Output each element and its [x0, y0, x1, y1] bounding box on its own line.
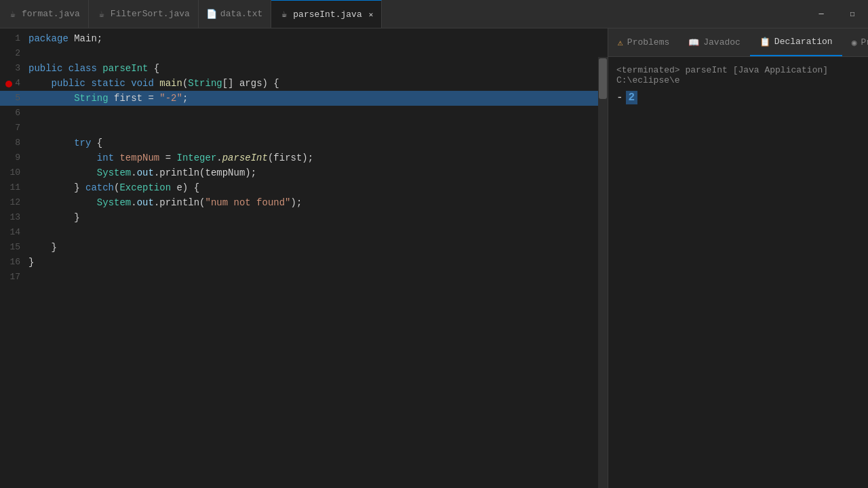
table-row: 2 — [0, 46, 608, 61]
java-icon-parseint: ☕ — [279, 9, 289, 19]
table-row: 10 System.out.println(tempNum); — [0, 165, 608, 180]
tab-parseint[interactable]: ☕ parseInt.java ✕ — [271, 0, 382, 28]
terminated-text: <terminated> parseInt [Java Application]… — [616, 65, 860, 85]
close-tab-parseint[interactable]: ✕ — [369, 10, 374, 19]
progress-icon: ◉ — [852, 37, 857, 48]
table-row: 5 String first = "-2"; — [0, 91, 608, 106]
line-num-14: 14 — [0, 225, 28, 240]
table-row: 8 try { — [0, 136, 608, 150]
java-icon-format: ☕ — [8, 9, 18, 19]
line-content-10: System.out.println(tempNum); — [28, 165, 608, 180]
tab-filtersort-label: FilterSort.java — [111, 9, 190, 19]
panel-content: <terminated> parseInt [Java Application]… — [608, 57, 868, 488]
tab-problems[interactable]: ⚠ Problems — [608, 28, 679, 56]
declaration-icon: 📋 — [760, 37, 770, 47]
tab-data-label: data.txt — [220, 9, 262, 19]
tab-bar: ☕ format.java ☕ FilterSort.java 📄 data.t… — [0, 0, 868, 28]
tab-parseint-label: parseInt.java — [293, 9, 361, 20]
progress-label: Prog... — [861, 37, 868, 47]
line-num-1: 1 — [0, 31, 28, 46]
line-num-16: 16 — [0, 255, 28, 270]
table-row: 9 int tempNum = Integer.parseInt(first); — [0, 150, 608, 165]
tab-progress[interactable]: ◉ Prog... — [842, 28, 868, 56]
minimize-button[interactable]: — — [806, 0, 837, 28]
line-content-14 — [28, 225, 608, 240]
right-panel: ⚠ Problems 📖 Javadoc 📋 Declaration ◉ Pro… — [608, 28, 868, 488]
line-content-3: public class parseInt { — [28, 61, 608, 76]
table-row: 12 System.out.println("num not found"); — [0, 195, 608, 210]
output-line: -2 — [616, 91, 860, 104]
line-num-12: 12 — [0, 195, 28, 210]
line-num-4: 4 — [0, 76, 28, 91]
line-content-11: } catch(Exception e) { — [28, 180, 608, 195]
line-num-7: 7 — [0, 121, 28, 136]
line-content-13: } — [28, 210, 608, 225]
panel-tabs: ⚠ Problems 📖 Javadoc 📋 Declaration ◉ Pro… — [608, 28, 868, 57]
declaration-label: Declaration — [774, 37, 833, 47]
tab-data[interactable]: 📄 data.txt — [199, 0, 271, 28]
line-content-1: package Main; — [28, 31, 608, 46]
line-content-15: } — [28, 240, 608, 255]
table-row: 14 — [0, 225, 608, 240]
tab-format-label: format.java — [22, 9, 80, 19]
line-content-12: System.out.println("num not found"); — [28, 195, 608, 210]
output-minus: - — [616, 92, 623, 104]
editor-pane: 1 package Main; 2 3 public class parseIn… — [0, 28, 608, 488]
table-row: 15 } — [0, 240, 608, 255]
line-content-5: String first = "-2"; — [28, 91, 608, 106]
line-content-17 — [28, 270, 608, 285]
main-area: 1 package Main; 2 3 public class parseIn… — [0, 28, 868, 488]
line-num-10: 10 — [0, 165, 28, 180]
table-row: 11 } catch(Exception e) { — [0, 180, 608, 195]
line-num-3: 3 — [0, 61, 28, 76]
line-content-4: public static void main(String[] args) { — [28, 76, 608, 91]
line-num-11: 11 — [0, 180, 28, 195]
line-num-6: 6 — [0, 106, 28, 121]
table-row: 13 } — [0, 210, 608, 225]
table-row: 17 — [0, 270, 608, 285]
tab-filtersort[interactable]: ☕ FilterSort.java — [89, 0, 199, 28]
line-num-8: 8 — [0, 136, 28, 150]
txt-icon-data: 📄 — [207, 9, 216, 19]
tab-format[interactable]: ☕ format.java — [0, 0, 89, 28]
problems-icon: ⚠ — [618, 37, 623, 48]
line-content-7 — [28, 121, 608, 136]
tab-javadoc[interactable]: 📖 Javadoc — [679, 28, 750, 56]
line-content-16: } — [28, 255, 608, 270]
java-icon-filtersort: ☕ — [97, 9, 106, 19]
line-num-2: 2 — [0, 46, 28, 61]
tab-declaration[interactable]: 📋 Declaration — [750, 28, 842, 56]
table-row: 1 package Main; — [0, 31, 608, 46]
code-area[interactable]: 1 package Main; 2 3 public class parseIn… — [0, 28, 608, 488]
line-num-13: 13 — [0, 210, 28, 225]
code-lines: 1 package Main; 2 3 public class parseIn… — [0, 31, 608, 485]
table-row: 16 } — [0, 255, 608, 270]
line-num-17: 17 — [0, 270, 28, 285]
javadoc-icon: 📖 — [688, 37, 699, 48]
line-num-5: 5 — [0, 91, 28, 106]
line-num-15: 15 — [0, 240, 28, 255]
table-row: 4 public static void main(String[] args)… — [0, 76, 608, 91]
line-num-9: 9 — [0, 150, 28, 165]
javadoc-label: Javadoc — [703, 37, 741, 47]
maximize-button[interactable]: ☐ — [837, 0, 868, 28]
output-value: 2 — [626, 91, 638, 104]
scrollbar-thumb — [599, 58, 607, 99]
window-controls: — ☐ — [806, 0, 868, 28]
editor-scrollbar[interactable] — [598, 57, 608, 488]
line-content-2 — [28, 46, 608, 61]
line-content-6 — [28, 106, 608, 121]
table-row: 6 — [0, 106, 608, 121]
table-row: 3 public class parseInt { — [0, 61, 608, 76]
line-content-8: try { — [28, 136, 608, 150]
line-content-9: int tempNum = Integer.parseInt(first); — [28, 150, 608, 165]
table-row: 7 — [0, 121, 608, 136]
breakpoint-indicator — [5, 81, 12, 87]
problems-label: Problems — [627, 37, 669, 47]
